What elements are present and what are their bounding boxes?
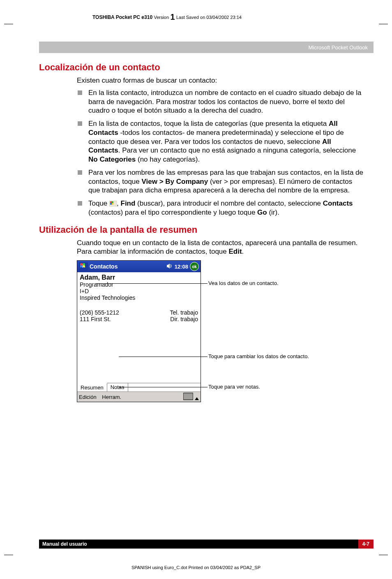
windows-flag-icon	[109, 200, 117, 206]
app-title: Contactos	[90, 263, 166, 270]
section-band: Microsoft Pocket Outlook	[39, 42, 374, 53]
footer-page-number: 4-7	[358, 540, 374, 549]
menu-edicion[interactable]: Edición	[79, 394, 97, 400]
print-info: SPANISH using Euro_C.dot Printed on 03/0…	[0, 565, 392, 570]
pocketpc-window: Contactos 12:08 ok Adam, Barr Programado…	[77, 260, 201, 402]
crop-mark	[379, 24, 388, 24]
tab-notas[interactable]: Notas	[107, 383, 128, 391]
crop-mark	[4, 24, 13, 24]
leader-line	[96, 283, 201, 284]
arrow-up-icon	[195, 397, 199, 400]
intro-1: Existen cuatro formas de buscar un conta…	[77, 76, 364, 85]
contact-dept: I+D	[80, 288, 198, 294]
screenshot-figure: Contactos 12:08 ok Adam, Barr Programado…	[77, 260, 364, 402]
footer-left: Manual del usuario	[42, 541, 87, 547]
bullet-3: Para ver los nombres de las empresas par…	[77, 168, 364, 195]
intro-2: Cuando toque en un contacto de la lista …	[77, 239, 364, 257]
content-area: Localización de un contacto Existen cuat…	[39, 53, 374, 402]
sip-toggle[interactable]	[183, 393, 199, 401]
contact-role: Programador	[80, 281, 198, 288]
band-label: Microsoft Pocket Outlook	[309, 44, 368, 51]
version-number: 1	[170, 12, 175, 21]
phone-row: (206) 555-1212 Tel. trabajo	[80, 309, 198, 316]
menu-herram[interactable]: Herram.	[102, 394, 121, 400]
callout-notas: Toque para ver notas.	[208, 384, 260, 390]
address-value: 111 First St.	[80, 316, 111, 322]
callout-cambiar: Toque para cambiar los datos de contacto…	[208, 353, 309, 359]
bullet-2: En la lista de contactos, toque la lista…	[77, 119, 364, 164]
contact-name: Adam, Barr	[80, 274, 198, 281]
phone-value: (206) 555-1212	[80, 309, 119, 316]
phone-label: Tel. trabajo	[170, 309, 198, 316]
contact-company: Inspired Technologies	[80, 294, 198, 301]
crop-mark	[4, 555, 13, 555]
start-flag-icon[interactable]	[79, 262, 88, 271]
bullet-1: En la lista contacto, introduzca un nomb…	[77, 88, 364, 115]
address-label: Dir. trabajo	[170, 316, 198, 322]
clock-time: 12:08	[175, 264, 188, 270]
footer-bar: Manual del usuario 4-7	[39, 540, 374, 549]
heading-localizacion: Localización de un contacto	[39, 62, 364, 73]
callout-datos: Vea los datos de un contacto.	[208, 280, 279, 286]
leader-line	[119, 387, 201, 387]
last-saved: Last Saved on 03/04/2002 23:14	[176, 15, 242, 20]
product-name: TOSHIBA Pocket PC e310	[92, 14, 152, 20]
bullet-list-1: En la lista contacto, introduzca un nomb…	[77, 88, 364, 217]
version-label: Version	[154, 15, 169, 20]
address-row: 111 First St. Dir. trabajo	[80, 316, 198, 322]
page: TOSHIBA Pocket PC e310 Version 1 Last Sa…	[0, 0, 392, 579]
heading-utilizacion: Utilización de la pantalla de resumen	[39, 225, 364, 235]
ok-button[interactable]: ok	[190, 262, 199, 271]
crop-mark	[379, 555, 388, 555]
speaker-icon[interactable]	[166, 263, 173, 270]
bullet-4: Toque , Find (buscar), para introducir e…	[77, 199, 364, 217]
contact-body: Adam, Barr Programador I+D Inspired Tech…	[77, 272, 201, 391]
title-bar: Contactos 12:08 ok	[77, 261, 201, 272]
tab-resumen[interactable]: Resumen	[77, 383, 107, 391]
callout-layer: Vea los datos de un contacto. Toque para…	[201, 260, 364, 402]
menu-bar: Edición Herram.	[77, 391, 201, 402]
keyboard-icon	[183, 393, 193, 400]
running-header: TOSHIBA Pocket PC e310 Version 1 Last Sa…	[39, 12, 374, 24]
leader-line	[119, 357, 201, 357]
